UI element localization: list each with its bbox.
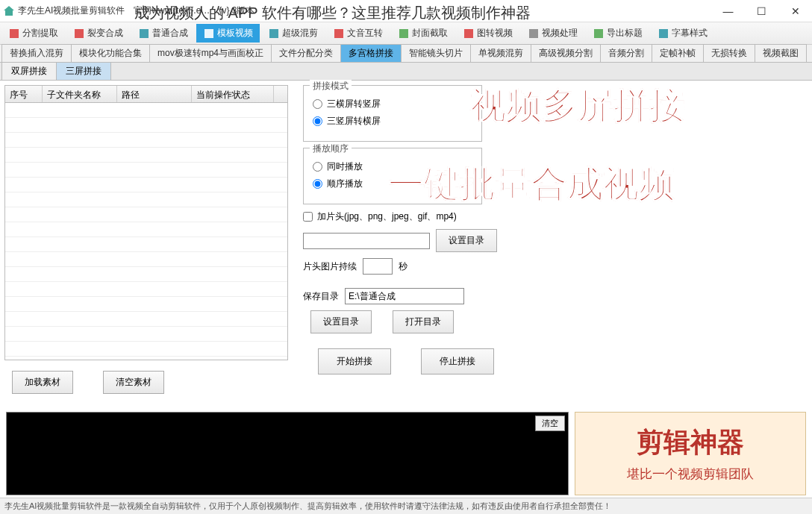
- add-material-button[interactable]: 加载素材: [12, 371, 73, 394]
- tab-智能镜头切片[interactable]: 智能镜头切片: [401, 44, 471, 62]
- table-header-cell: 路径: [117, 86, 192, 102]
- svg-rect-8: [529, 29, 538, 38]
- close-button[interactable]: ✕: [778, 0, 812, 22]
- toolbar-裂变合成[interactable]: 裂变合成: [66, 24, 130, 43]
- footer: 李先生AI视频批量剪辑软件是一款视频全自动剪辑软件，仅用于个人原创视频制作、提高…: [0, 498, 812, 514]
- main-area: 序号子文件夹名称路径当前操作状态 加载素材 清空素材 拼接模式 三横屏转竖屏 三…: [0, 81, 812, 409]
- table-row[interactable]: [5, 327, 287, 342]
- save-dir-label: 保存目录: [303, 290, 339, 303]
- table-row[interactable]: [5, 163, 287, 178]
- table-row[interactable]: [5, 297, 287, 312]
- start-splice-button[interactable]: 开始拼接: [318, 348, 391, 374]
- svg-rect-7: [464, 29, 473, 38]
- window-title: 李先生AI视频批量剪辑软件 官网www.{text}.e… {v}.3版本: [18, 4, 254, 17]
- table-row[interactable]: [5, 252, 287, 267]
- play-order-legend: 播放顺序: [310, 142, 352, 155]
- console: 清空: [6, 412, 569, 495]
- table-row[interactable]: [5, 192, 287, 207]
- tab-多宫格拼接[interactable]: 多宫格拼接: [340, 44, 402, 62]
- promo-big-text: 剪辑神器: [637, 424, 744, 461]
- sub-tab-row: 双屏拼接三屏拼接: [0, 63, 812, 81]
- play-order-option-1[interactable]: 同时播放: [313, 160, 472, 173]
- table-row[interactable]: [5, 207, 287, 222]
- header-dir-input[interactable]: [303, 233, 430, 249]
- svg-rect-6: [399, 29, 408, 38]
- save-dir-input[interactable]: [345, 288, 464, 304]
- toolbar-文音互转[interactable]: 文音互转: [326, 24, 390, 43]
- play-order-option-2[interactable]: 顺序播放: [313, 178, 472, 190]
- table-row[interactable]: [5, 267, 287, 282]
- table-row[interactable]: [5, 133, 287, 148]
- toolbar-icon: [8, 28, 20, 40]
- tab-视频截图[interactable]: 视频截图: [755, 44, 807, 62]
- subtab-三屏拼接[interactable]: 三屏拼接: [56, 62, 111, 80]
- tab-row: 替换插入混剪模块化功能合集mov极速转mp4与画面校正文件分配分类多宫格拼接智能…: [0, 45, 812, 63]
- tab-无损转换[interactable]: 无损转换: [703, 44, 755, 62]
- toolbar-视频处理[interactable]: 视频处理: [521, 24, 584, 43]
- maximize-button[interactable]: ☐: [745, 0, 778, 22]
- splice-mode-option-1[interactable]: 三横屏转竖屏: [313, 98, 472, 110]
- set-header-dir-button[interactable]: 设置目录: [436, 229, 497, 252]
- add-header-checkbox[interactable]: 加片头(jpg、png、jpeg、gif、mp4): [303, 210, 808, 223]
- table-header-cell: 子文件夹名称: [43, 86, 117, 102]
- tab-替换插入混剪[interactable]: 替换插入混剪: [1, 44, 72, 62]
- splice-mode-group: 拼接模式 三横屏转竖屏 三竖屏转横屏: [303, 85, 482, 142]
- clear-material-button[interactable]: 清空素材: [103, 371, 164, 394]
- table-row[interactable]: [5, 222, 287, 237]
- set-save-dir-button[interactable]: 设置目录: [310, 310, 372, 333]
- subtab-双屏拼接[interactable]: 双屏拼接: [1, 62, 57, 80]
- svg-rect-2: [140, 29, 149, 38]
- tab-单视频混剪[interactable]: 单视频混剪: [470, 44, 531, 62]
- toolbar-icon: [593, 28, 605, 40]
- toolbar-封面截取[interactable]: 封面截取: [391, 24, 455, 43]
- tab-模块化功能合集[interactable]: 模块化功能合集: [71, 44, 150, 62]
- toolbar-字幕样式[interactable]: 字幕样式: [651, 24, 714, 43]
- table-row[interactable]: [5, 178, 287, 192]
- toolbar-超级混剪[interactable]: 超级混剪: [261, 24, 325, 43]
- toolbar-icon: [528, 28, 540, 40]
- duration-label: 片头图片持续: [303, 260, 357, 273]
- toolbar-icon: [138, 28, 150, 40]
- toolbar-模板视频[interactable]: 模板视频: [196, 24, 260, 43]
- stop-splice-button[interactable]: 停止拼接: [421, 348, 494, 374]
- table-body: [4, 103, 288, 360]
- toolbar-导出标题[interactable]: 导出标题: [586, 24, 649, 43]
- titlebar: 李先生AI视频批量剪辑软件 官网www.{text}.e… {v}.3版本 — …: [0, 0, 812, 22]
- table-row[interactable]: [5, 118, 287, 133]
- tab-高级视频分割[interactable]: 高级视频分割: [531, 44, 601, 62]
- tab-定帧补帧[interactable]: 定帧补帧: [652, 44, 704, 62]
- table-row[interactable]: [5, 237, 287, 252]
- main-toolbar: 分割提取裂变合成普通合成模板视频超级混剪文音互转封面截取图转视频视频处理导出标题…: [0, 22, 812, 45]
- table-row[interactable]: [5, 282, 287, 297]
- toolbar-icon: [463, 28, 475, 40]
- table-header-cell: 序号: [5, 86, 43, 102]
- play-order-group: 播放顺序 同时播放 顺序播放: [303, 148, 482, 204]
- toolbar-icon: [658, 28, 669, 40]
- toolbar-普通合成[interactable]: 普通合成: [131, 24, 195, 43]
- promo-small-text: 堪比一个视频剪辑团队: [627, 466, 754, 483]
- tab-音频分割[interactable]: 音频分割: [600, 44, 652, 62]
- open-save-dir-button[interactable]: 打开目录: [393, 310, 454, 333]
- toolbar-分割提取[interactable]: 分割提取: [1, 24, 65, 43]
- tab-mov极速转mp4与画面校正[interactable]: mov极速转mp4与画面校正: [149, 44, 272, 62]
- toolbar-icon: [203, 28, 215, 40]
- table-row[interactable]: [5, 103, 287, 118]
- home-icon: [3, 5, 15, 17]
- minimize-button[interactable]: —: [711, 0, 745, 22]
- toolbar-图转视频[interactable]: 图转视频: [456, 24, 519, 43]
- clear-console-button[interactable]: 清空: [535, 416, 565, 431]
- left-panel: 序号子文件夹名称路径当前操作状态 加载素材 清空素材: [4, 85, 288, 404]
- splice-mode-option-2[interactable]: 三竖屏转横屏: [313, 115, 472, 128]
- svg-rect-3: [204, 29, 213, 38]
- duration-input[interactable]: [363, 258, 393, 275]
- tab-文件分配分类[interactable]: 文件分配分类: [271, 44, 341, 62]
- table-row[interactable]: [5, 342, 287, 357]
- table-header: 序号子文件夹名称路径当前操作状态: [4, 85, 288, 103]
- table-header-cell: 当前操作状态: [192, 86, 274, 102]
- svg-rect-9: [594, 29, 603, 38]
- toolbar-icon: [398, 28, 410, 40]
- table-row[interactable]: [5, 312, 287, 327]
- toolbar-icon: [73, 28, 85, 40]
- table-row[interactable]: [5, 148, 287, 163]
- svg-rect-5: [334, 29, 343, 38]
